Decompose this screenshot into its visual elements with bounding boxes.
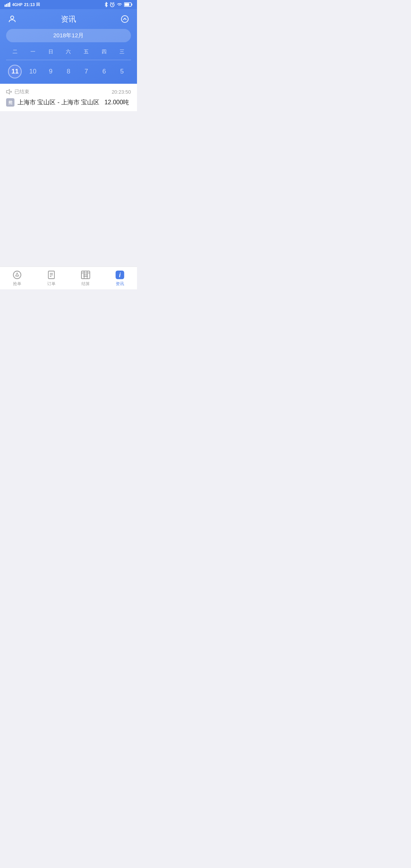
date-5[interactable]: 5 <box>113 65 131 78</box>
svg-point-18 <box>13 271 21 279</box>
weekday-3: 六 <box>60 47 78 57</box>
news-nav-label: 资讯 <box>116 281 124 287</box>
date-9[interactable]: 9 <box>42 65 60 78</box>
grab-nav-icon <box>12 270 22 280</box>
settle-nav-icon <box>81 270 91 280</box>
order-nav-icon <box>46 270 56 280</box>
svg-rect-12 <box>125 3 129 6</box>
time: 21:13 <box>24 2 35 7</box>
news-status: 已结束 <box>6 88 29 95</box>
news-nav-icon: i <box>115 270 125 280</box>
date-8[interactable]: 8 <box>60 65 78 78</box>
signal-icon <box>5 2 11 7</box>
news-time: 20:23:50 <box>112 89 131 95</box>
bottom-nav: 抢单 订单 结算 <box>0 266 137 289</box>
date-11[interactable]: 11 <box>8 65 22 78</box>
weekday-0: 二 <box>6 47 24 57</box>
svg-line-8 <box>110 2 111 3</box>
content-area: 已结束 20:23:50 抢 上海市 宝山区 - 上海市 宝山区 12.000吨 <box>0 84 137 285</box>
weekday-1: 一 <box>24 47 42 57</box>
route-text: 上海市 宝山区 - 上海市 宝山区 <box>18 99 99 105</box>
svg-line-7 <box>112 5 113 5</box>
route-info: 上海市 宝山区 - 上海市 宝山区 12.000吨 <box>18 99 129 107</box>
dates-row: 11 10 9 8 7 6 5 <box>6 60 131 84</box>
date-10[interactable]: 10 <box>24 65 42 78</box>
nav-item-order[interactable]: 订单 <box>34 270 68 287</box>
profile-icon[interactable] <box>6 13 18 25</box>
battery-icon <box>124 2 132 7</box>
sound-off-icon <box>6 89 12 95</box>
svg-text:i: i <box>119 272 121 278</box>
svg-line-9 <box>113 2 114 3</box>
date-7[interactable]: 7 <box>77 65 95 78</box>
wifi-icon <box>116 2 123 7</box>
grab-nav-label: 抢单 <box>13 281 21 287</box>
network-type: 4GHP <box>12 3 22 7</box>
header-top: 资讯 <box>6 13 131 25</box>
month-label: 2018年12月 <box>53 32 84 38</box>
settle-nav-label: 结算 <box>81 281 90 287</box>
collapse-icon[interactable] <box>119 13 131 25</box>
svg-rect-11 <box>132 4 132 6</box>
news-content: 抢 上海市 宝山区 - 上海市 宝山区 12.000吨 <box>6 98 131 107</box>
page-title: 资讯 <box>18 14 119 24</box>
nav-item-news[interactable]: i 资讯 <box>103 270 137 287</box>
date-6[interactable]: 6 <box>95 65 113 78</box>
nav-item-grab[interactable]: 抢单 <box>0 270 34 287</box>
weight-text: 12.000吨 <box>101 99 129 105</box>
order-nav-label: 订单 <box>47 281 56 287</box>
status-right <box>104 2 132 7</box>
bluetooth-icon <box>104 2 108 7</box>
weekdays-row: 二 一 日 六 五 四 三 <box>6 47 131 60</box>
news-meta: 已结束 20:23:50 <box>6 88 131 95</box>
svg-point-13 <box>11 16 14 19</box>
weekday-2: 日 <box>42 47 60 57</box>
svg-rect-0 <box>5 5 6 7</box>
empty-content <box>0 111 137 285</box>
svg-point-14 <box>121 16 128 22</box>
weekday-5: 四 <box>95 47 113 57</box>
weekday-6: 三 <box>113 47 131 57</box>
svg-marker-19 <box>16 273 19 276</box>
news-item[interactable]: 已结束 20:23:50 抢 上海市 宝山区 - 上海市 宝山区 12.000吨 <box>0 84 137 111</box>
status-text: 已结束 <box>14 88 29 95</box>
svg-rect-1 <box>6 4 7 7</box>
nav-item-settle[interactable]: 结算 <box>68 270 103 287</box>
alarm-icon <box>110 2 115 7</box>
grab-badge: 抢 <box>6 98 14 107</box>
status-bar: 4GHP 21:13 回 <box>0 0 137 9</box>
status-left: 4GHP 21:13 回 <box>5 2 40 7</box>
weekday-4: 五 <box>77 47 95 57</box>
svg-rect-3 <box>9 2 10 7</box>
svg-rect-2 <box>8 3 9 7</box>
month-selector[interactable]: 2018年12月 <box>6 29 131 42</box>
header: 资讯 2018年12月 二 一 日 六 五 四 三 11 10 9 8 <box>0 9 137 84</box>
sim-icon: 回 <box>36 2 40 7</box>
svg-marker-15 <box>6 89 10 94</box>
